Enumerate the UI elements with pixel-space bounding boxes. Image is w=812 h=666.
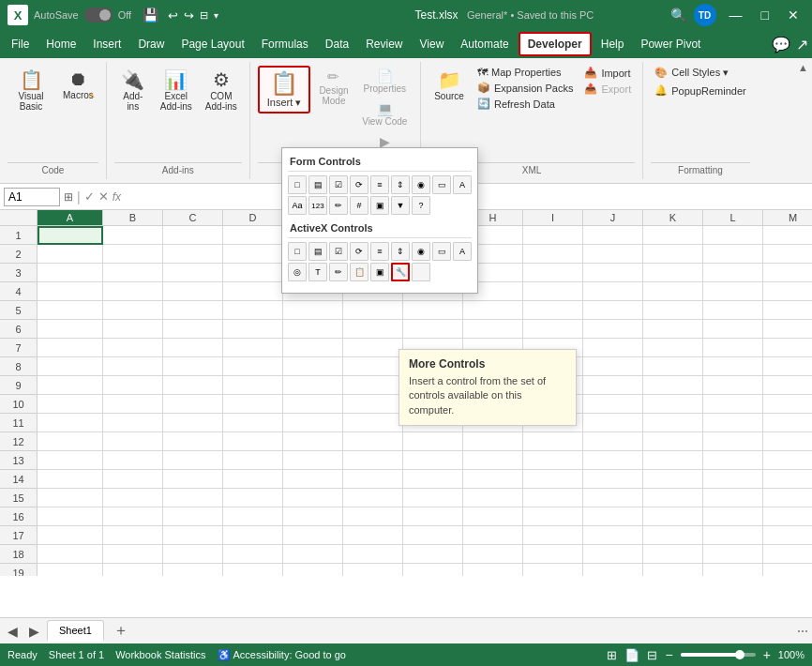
cell-J19[interactable] bbox=[583, 564, 643, 576]
cell-G16[interactable] bbox=[403, 507, 463, 526]
cell-A7[interactable] bbox=[38, 339, 103, 357]
autosave-toggle[interactable] bbox=[84, 8, 113, 23]
cell-E13[interactable] bbox=[283, 451, 343, 470]
cell-B11[interactable] bbox=[103, 414, 163, 432]
row-num-10[interactable]: 10 bbox=[0, 395, 37, 414]
sheet-options-icon[interactable]: ⋯ bbox=[797, 625, 808, 638]
menu-insert[interactable]: Insert bbox=[85, 34, 128, 54]
cell-M4[interactable] bbox=[763, 282, 812, 301]
cell-A19[interactable] bbox=[38, 564, 103, 576]
cell-L14[interactable] bbox=[703, 470, 763, 489]
cell-B9[interactable] bbox=[103, 376, 163, 395]
cell-K5[interactable] bbox=[643, 301, 703, 320]
row-num-17[interactable]: 17 bbox=[0, 526, 37, 545]
export-button[interactable]: 📤 Export bbox=[580, 82, 635, 96]
cell-I19[interactable] bbox=[523, 564, 583, 576]
cell-D14[interactable] bbox=[223, 470, 283, 489]
cell-H18[interactable] bbox=[463, 545, 523, 564]
cell-H19[interactable] bbox=[463, 564, 523, 576]
ax-spin1[interactable]: ⟳ bbox=[350, 242, 368, 261]
cell-L18[interactable] bbox=[703, 545, 763, 564]
cell-G15[interactable] bbox=[403, 489, 463, 507]
cell-M19[interactable] bbox=[763, 564, 812, 576]
row-num-8[interactable]: 8 bbox=[0, 357, 37, 376]
cell-D6[interactable] bbox=[223, 320, 283, 339]
cell-I3[interactable] bbox=[523, 264, 583, 282]
comments-icon[interactable]: 💬 bbox=[772, 36, 790, 53]
col-header-b[interactable]: B bbox=[103, 210, 163, 225]
workbook-stats-button[interactable]: Workbook Statistics bbox=[115, 649, 205, 660]
cell-C4[interactable] bbox=[163, 282, 223, 301]
sheet-nav-right[interactable]: ▶ bbox=[25, 622, 43, 641]
ctrl-group[interactable]: ▭ bbox=[432, 175, 451, 194]
cell-D5[interactable] bbox=[223, 301, 283, 320]
page-layout-view-button[interactable]: 📄 bbox=[624, 648, 639, 662]
cell-E7[interactable] bbox=[283, 339, 343, 357]
cell-L17[interactable] bbox=[703, 526, 763, 545]
cell-L13[interactable] bbox=[703, 451, 763, 470]
formula-expand-icon[interactable]: ⊞ bbox=[64, 190, 73, 204]
cell-I14[interactable] bbox=[523, 470, 583, 489]
cell-F6[interactable] bbox=[343, 320, 403, 339]
cell-M8[interactable] bbox=[763, 357, 812, 376]
cell-K18[interactable] bbox=[643, 545, 703, 564]
cell-K8[interactable] bbox=[643, 357, 703, 376]
cell-I5[interactable] bbox=[523, 301, 583, 320]
search-icon[interactable]: 🔍 bbox=[670, 8, 686, 23]
cell-A6[interactable] bbox=[38, 320, 103, 339]
cell-K6[interactable] bbox=[643, 320, 703, 339]
cell-A17[interactable] bbox=[38, 526, 103, 545]
cell-M17[interactable] bbox=[763, 526, 812, 545]
row-num-18[interactable]: 18 bbox=[0, 545, 37, 564]
map-properties-button[interactable]: 🗺 Map Properties bbox=[474, 66, 577, 79]
cell-C8[interactable] bbox=[163, 357, 223, 376]
maximize-button[interactable]: □ bbox=[756, 6, 774, 24]
refresh-data-button[interactable]: 🔄 Refresh Data bbox=[474, 97, 577, 111]
cell-M7[interactable] bbox=[763, 339, 812, 357]
cell-B17[interactable] bbox=[103, 526, 163, 545]
menu-formulas[interactable]: Formulas bbox=[254, 34, 316, 54]
visual-basic-button[interactable]: 📋 VisualBasic bbox=[8, 66, 54, 114]
ctrl-option[interactable]: ◉ bbox=[412, 175, 430, 194]
cell-I18[interactable] bbox=[523, 545, 583, 564]
cell-K9[interactable] bbox=[643, 376, 703, 395]
cell-M15[interactable] bbox=[763, 489, 812, 507]
cell-G13[interactable] bbox=[403, 451, 463, 470]
add-sheet-button[interactable]: ＋ bbox=[108, 619, 134, 643]
col-header-m[interactable]: M bbox=[763, 210, 812, 225]
cell-D2[interactable] bbox=[223, 245, 283, 264]
cell-I17[interactable] bbox=[523, 526, 583, 545]
cell-K13[interactable] bbox=[643, 451, 703, 470]
cell-F15[interactable] bbox=[343, 489, 403, 507]
cell-B8[interactable] bbox=[103, 357, 163, 376]
cell-B5[interactable] bbox=[103, 301, 163, 320]
cell-B2[interactable] bbox=[103, 245, 163, 264]
zoom-slider[interactable] bbox=[681, 653, 756, 657]
cell-B14[interactable] bbox=[103, 470, 163, 489]
source-button[interactable]: 📁 Source bbox=[429, 66, 470, 104]
cell-M18[interactable] bbox=[763, 545, 812, 564]
cell-K10[interactable] bbox=[643, 395, 703, 414]
cell-K7[interactable] bbox=[643, 339, 703, 357]
cell-J9[interactable] bbox=[583, 376, 643, 395]
cell-B13[interactable] bbox=[103, 451, 163, 470]
ax-img1[interactable]: ◎ bbox=[288, 263, 307, 281]
menu-power-pivot[interactable]: Power Pivot bbox=[633, 34, 708, 54]
cell-C2[interactable] bbox=[163, 245, 223, 264]
ax-chk1[interactable]: ☑ bbox=[329, 242, 348, 261]
cell-K14[interactable] bbox=[643, 470, 703, 489]
cell-L6[interactable] bbox=[703, 320, 763, 339]
cell-L15[interactable] bbox=[703, 489, 763, 507]
cell-E11[interactable] bbox=[283, 414, 343, 432]
cell-F11[interactable] bbox=[343, 414, 403, 432]
cell-L1[interactable] bbox=[703, 226, 763, 245]
cell-F9[interactable] bbox=[343, 376, 403, 395]
ax-combo1[interactable]: ▤ bbox=[308, 242, 327, 261]
ax-more-controls[interactable]: 🔧 bbox=[391, 263, 410, 281]
excel-addins-button[interactable]: 📊 ExcelAdd-ins bbox=[156, 66, 197, 114]
col-header-d[interactable]: D bbox=[223, 210, 283, 225]
cell-E17[interactable] bbox=[283, 526, 343, 545]
cell-A15[interactable] bbox=[38, 489, 103, 507]
expansion-packs-button[interactable]: 📦 Expansion Packs bbox=[474, 81, 577, 95]
ctrl-num[interactable]: 123 bbox=[308, 196, 327, 215]
